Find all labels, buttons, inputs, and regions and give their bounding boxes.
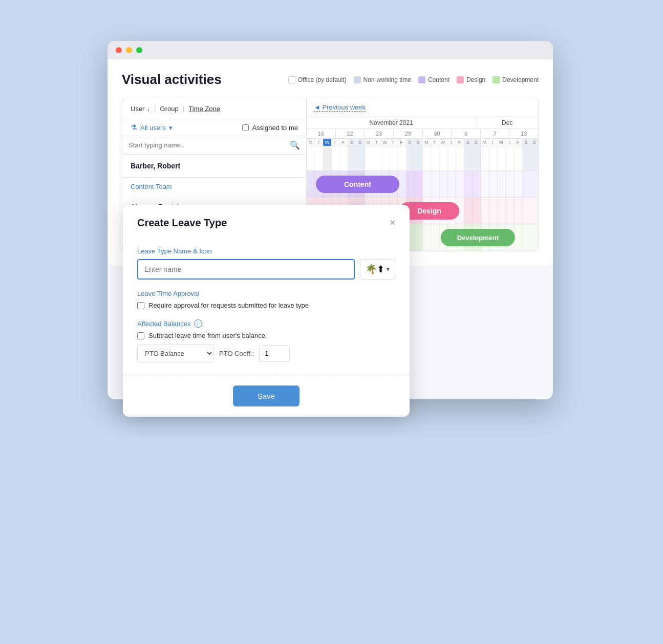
name-icon-section-label: Leave Type Name & Icon [137,247,395,255]
legend-box-design [457,76,464,83]
subtract-label: Subtract leave time from user's balance: [148,332,267,339]
week-22: 22 [336,129,365,138]
assigned-me-section: Assigned to me [242,124,298,132]
affected-label-row: Affected Balances i [137,319,395,328]
search-icon[interactable]: 🔍 [290,140,300,150]
subtract-checkbox-row: Subtract leave time from user's balance: [137,332,395,339]
week-7: 7 [481,129,510,138]
timezone-label: Time Zone [188,105,220,113]
legend-label-nonworking: Non-working time [363,76,411,83]
coeff-input[interactable] [259,345,290,362]
week-30: 30 [423,129,452,138]
user-filter-button[interactable]: User ↓ [131,105,150,113]
prev-week-label: ◄ Previous week [314,103,366,111]
week-13: 13 [509,129,538,138]
cal-row-content: Content [307,171,538,198]
page-title: Visual activities [122,72,222,88]
legend-label-content: Content [428,76,450,83]
week-16: 16 [307,129,336,138]
info-icon[interactable]: i [194,319,202,328]
modal-header: Create Leave Type × [123,205,410,237]
subtract-checkbox[interactable] [137,332,144,339]
approval-checkbox-label: Require approval for requests submitted … [148,302,309,309]
affected-section-label: Affected Balances i [137,319,395,328]
week-6: 6 [452,129,481,138]
day-headers: M T W T F S S M T W T F S S M T W [307,139,538,146]
balance-select[interactable]: PTO Balance [137,345,214,362]
week-23: 23 [365,129,394,138]
assigned-me-label: Assigned to me [252,124,298,132]
legend-box-development [493,76,500,83]
filter-icon: ⚗ [131,123,137,132]
search-row: 🔍 [122,136,306,155]
all-users-button[interactable]: ⚗ All users ▾ [131,123,173,132]
legend: Office (by default) Non-working time Con… [288,76,539,83]
month-december: Dec [476,117,538,128]
traffic-light-yellow[interactable] [126,47,132,53]
filter-divider2: | [183,104,185,113]
browser-titlebar [108,41,553,59]
user-sort-icon: ↓ [146,105,150,113]
legend-box-office [288,76,295,83]
user-name-barber: Barber, Robert [131,162,180,170]
legend-label-office: Office (by default) [298,76,347,83]
timezone-button[interactable]: Time Zone [188,105,220,113]
modal-close-button[interactable]: × [390,218,395,228]
users-filter-row: ⚗ All users ▾ Assigned to me [122,119,306,136]
legend-box-nonworking [354,76,361,83]
legend-item-office: Office (by default) [288,76,347,83]
modal-footer: Save [123,375,410,417]
group-filter-button[interactable]: Group [160,105,179,113]
search-input[interactable] [129,141,286,149]
coeff-label: PTO Coeff.: [219,350,254,357]
legend-item-content: Content [418,76,450,83]
approval-section-label: Leave Time Approval [137,290,395,297]
week-29: 29 [394,129,423,138]
group-filter-label: Group [160,105,179,113]
calendar-nav: ◄ Previous week [307,98,538,117]
approval-checkbox-row: Require approval for requests submitted … [137,302,395,309]
modal-body: Leave Type Name & Icon 🌴⬆ ▾ Leave Time A… [123,247,410,375]
filter-bar: User ↓ | Group | Time Zone [122,98,306,119]
leave-name-input[interactable] [137,259,355,280]
page-header: Visual activities Office (by default) No… [122,72,539,88]
all-users-label: All users [140,124,166,132]
group-name-content-team: Content Team [131,183,172,190]
legend-item-development: Development [493,76,539,83]
user-filter-label: User [131,105,144,113]
name-icon-row: 🌴⬆ ▾ [137,259,395,280]
traffic-light-red[interactable] [116,47,122,53]
legend-label-design: Design [466,76,485,83]
icon-picker-button[interactable]: 🌴⬆ ▾ [360,259,395,280]
development-activity-bar: Development [441,229,515,246]
all-users-chevron: ▾ [169,124,173,132]
content-activity-bar: Content [316,176,399,193]
legend-item-design: Design [457,76,485,83]
traffic-light-green[interactable] [136,47,142,53]
group-header-content-team: Content Team [122,178,306,196]
icon-picker-emoji: 🌴⬆ [366,264,384,275]
today-indicator: W [323,139,331,146]
filter-divider: | [154,104,156,113]
browser-window: Visual activities Office (by default) No… [108,41,553,399]
month-november: November 2021 [307,117,476,128]
balance-row: PTO Balance PTO Coeff.: [137,345,395,362]
assigned-me-checkbox[interactable] [242,124,249,131]
save-button[interactable]: Save [233,385,300,406]
icon-picker-chevron: ▾ [387,266,390,273]
create-leave-type-modal: Create Leave Type × Leave Type Name & Ic… [123,205,410,417]
affected-balances-label: Affected Balances [137,320,191,328]
legend-item-nonworking: Non-working time [354,76,411,83]
modal-title: Create Leave Type [137,217,227,229]
approval-checkbox[interactable] [137,302,144,309]
user-row-barber[interactable]: Barber, Robert [122,155,306,178]
cal-row-barber [307,146,538,171]
prev-week-button[interactable]: ◄ Previous week [314,103,366,112]
legend-box-content [418,76,425,83]
legend-label-development: Development [502,76,539,83]
